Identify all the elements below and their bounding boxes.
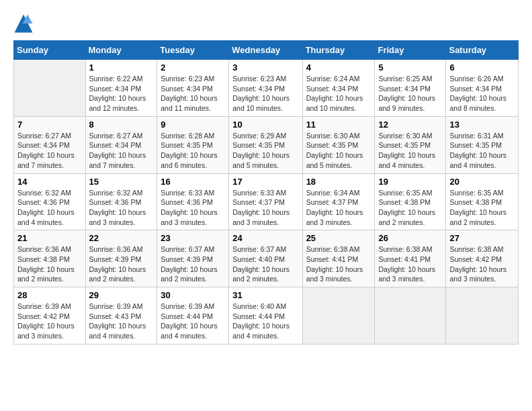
header-friday: Friday [375,41,446,60]
day-info: Sunrise: 6:26 AM Sunset: 4:34 PM Dayligh… [449,74,515,113]
day-info: Sunrise: 6:36 AM Sunset: 4:39 PM Dayligh… [89,244,154,284]
day-number: 1 [89,62,154,73]
day-number: 4 [306,62,371,73]
day-number: 23 [161,233,225,243]
day-number: 12 [378,120,442,130]
calendar-cell: 26Sunrise: 6:38 AM Sunset: 4:41 PM Dayli… [375,230,446,287]
day-number: 8 [89,120,154,130]
calendar-cell: 23Sunrise: 6:37 AM Sunset: 4:39 PM Dayli… [157,230,229,287]
calendar-cell [375,287,446,345]
day-number: 5 [378,62,442,73]
day-info: Sunrise: 6:32 AM Sunset: 4:36 PM Dayligh… [89,188,154,228]
calendar-cell: 25Sunrise: 6:38 AM Sunset: 4:41 PM Dayli… [302,230,375,287]
day-info: Sunrise: 6:38 AM Sunset: 4:41 PM Dayligh… [378,244,442,284]
calendar-cell: 10Sunrise: 6:29 AM Sunset: 4:35 PM Dayli… [229,116,302,173]
day-info: Sunrise: 6:23 AM Sunset: 4:34 PM Dayligh… [161,74,225,113]
day-info: Sunrise: 6:35 AM Sunset: 4:38 PM Dayligh… [378,188,442,228]
day-info: Sunrise: 6:39 AM Sunset: 4:44 PM Dayligh… [161,302,225,341]
calendar-cell: 5Sunrise: 6:25 AM Sunset: 4:34 PM Daylig… [375,60,446,117]
logo-icon [13,13,34,34]
calendar-cell: 29Sunrise: 6:39 AM Sunset: 4:43 PM Dayli… [85,287,157,345]
header-saturday: Saturday [446,41,519,60]
day-number: 31 [232,290,298,300]
calendar-cell: 3Sunrise: 6:23 AM Sunset: 4:34 PM Daylig… [229,60,302,117]
day-number: 27 [449,233,515,243]
day-info: Sunrise: 6:36 AM Sunset: 4:38 PM Dayligh… [17,244,82,284]
day-number: 15 [89,177,154,187]
calendar-cell: 15Sunrise: 6:32 AM Sunset: 4:36 PM Dayli… [85,173,157,230]
header-wednesday: Wednesday [229,41,302,60]
day-number: 24 [232,233,298,243]
calendar-cell: 12Sunrise: 6:30 AM Sunset: 4:35 PM Dayli… [375,116,446,173]
day-number: 20 [449,177,515,187]
day-number: 9 [161,120,225,130]
calendar-cell: 16Sunrise: 6:33 AM Sunset: 4:36 PM Dayli… [157,173,229,230]
calendar-cell: 28Sunrise: 6:39 AM Sunset: 4:42 PM Dayli… [14,287,86,345]
logo [13,13,36,34]
day-info: Sunrise: 6:28 AM Sunset: 4:35 PM Dayligh… [161,131,225,171]
calendar-cell: 6Sunrise: 6:26 AM Sunset: 4:34 PM Daylig… [446,60,519,117]
day-info: Sunrise: 6:25 AM Sunset: 4:34 PM Dayligh… [378,74,442,113]
day-info: Sunrise: 6:39 AM Sunset: 4:43 PM Dayligh… [89,302,154,341]
day-info: Sunrise: 6:23 AM Sunset: 4:34 PM Dayligh… [232,74,298,113]
calendar-cell: 7Sunrise: 6:27 AM Sunset: 4:34 PM Daylig… [14,116,86,173]
day-number: 26 [378,233,442,243]
day-number: 2 [161,62,225,73]
day-info: Sunrise: 6:33 AM Sunset: 4:36 PM Dayligh… [161,188,225,228]
calendar-header-row: SundayMondayTuesdayWednesdayThursdayFrid… [14,41,519,60]
day-info: Sunrise: 6:31 AM Sunset: 4:35 PM Dayligh… [449,131,515,171]
day-number: 19 [378,177,442,187]
day-info: Sunrise: 6:39 AM Sunset: 4:42 PM Dayligh… [17,302,82,341]
calendar-cell: 1Sunrise: 6:22 AM Sunset: 4:34 PM Daylig… [85,60,157,117]
calendar-week-3: 14Sunrise: 6:32 AM Sunset: 4:36 PM Dayli… [14,173,519,230]
day-info: Sunrise: 6:32 AM Sunset: 4:36 PM Dayligh… [17,188,82,228]
calendar-cell: 18Sunrise: 6:34 AM Sunset: 4:37 PM Dayli… [302,173,375,230]
day-number: 6 [449,62,515,73]
calendar-cell: 27Sunrise: 6:38 AM Sunset: 4:42 PM Dayli… [446,230,519,287]
calendar-cell [302,287,375,345]
calendar-cell: 19Sunrise: 6:35 AM Sunset: 4:38 PM Dayli… [375,173,446,230]
calendar-cell: 13Sunrise: 6:31 AM Sunset: 4:35 PM Dayli… [446,116,519,173]
day-number: 17 [232,177,298,187]
calendar-table: SundayMondayTuesdayWednesdayThursdayFrid… [13,40,519,345]
day-number: 21 [17,233,82,243]
calendar-week-4: 21Sunrise: 6:36 AM Sunset: 4:38 PM Dayli… [14,230,519,287]
day-number: 22 [89,233,154,243]
day-number: 11 [306,120,371,130]
header-tuesday: Tuesday [157,41,229,60]
day-number: 29 [89,290,154,300]
calendar-cell: 30Sunrise: 6:39 AM Sunset: 4:44 PM Dayli… [157,287,229,345]
header-thursday: Thursday [302,41,375,60]
calendar-cell: 17Sunrise: 6:33 AM Sunset: 4:37 PM Dayli… [229,173,302,230]
day-info: Sunrise: 6:38 AM Sunset: 4:41 PM Dayligh… [306,244,371,284]
calendar-cell: 11Sunrise: 6:30 AM Sunset: 4:35 PM Dayli… [302,116,375,173]
calendar-week-2: 7Sunrise: 6:27 AM Sunset: 4:34 PM Daylig… [14,116,519,173]
day-info: Sunrise: 6:30 AM Sunset: 4:35 PM Dayligh… [306,131,371,171]
day-info: Sunrise: 6:38 AM Sunset: 4:42 PM Dayligh… [449,244,515,284]
day-number: 16 [161,177,225,187]
day-info: Sunrise: 6:27 AM Sunset: 4:34 PM Dayligh… [89,131,154,171]
calendar-cell [446,287,519,345]
day-number: 10 [232,120,298,130]
calendar-cell: 22Sunrise: 6:36 AM Sunset: 4:39 PM Dayli… [85,230,157,287]
day-info: Sunrise: 6:24 AM Sunset: 4:34 PM Dayligh… [306,74,371,113]
day-info: Sunrise: 6:33 AM Sunset: 4:37 PM Dayligh… [232,188,298,228]
calendar-cell: 20Sunrise: 6:35 AM Sunset: 4:38 PM Dayli… [446,173,519,230]
day-number: 14 [17,177,82,187]
calendar-cell: 4Sunrise: 6:24 AM Sunset: 4:34 PM Daylig… [302,60,375,117]
day-info: Sunrise: 6:27 AM Sunset: 4:34 PM Dayligh… [17,131,82,171]
day-number: 7 [17,120,82,130]
header-sunday: Sunday [14,41,86,60]
calendar-cell: 24Sunrise: 6:37 AM Sunset: 4:40 PM Dayli… [229,230,302,287]
day-number: 18 [306,177,371,187]
day-number: 30 [161,290,225,300]
calendar-week-5: 28Sunrise: 6:39 AM Sunset: 4:42 PM Dayli… [14,287,519,345]
day-info: Sunrise: 6:40 AM Sunset: 4:44 PM Dayligh… [232,302,298,341]
day-number: 3 [232,62,298,73]
calendar-cell: 8Sunrise: 6:27 AM Sunset: 4:34 PM Daylig… [85,116,157,173]
calendar-cell: 14Sunrise: 6:32 AM Sunset: 4:36 PM Dayli… [14,173,86,230]
day-number: 13 [449,120,515,130]
day-info: Sunrise: 6:34 AM Sunset: 4:37 PM Dayligh… [306,188,371,228]
day-info: Sunrise: 6:29 AM Sunset: 4:35 PM Dayligh… [232,131,298,171]
calendar-cell: 31Sunrise: 6:40 AM Sunset: 4:44 PM Dayli… [229,287,302,345]
